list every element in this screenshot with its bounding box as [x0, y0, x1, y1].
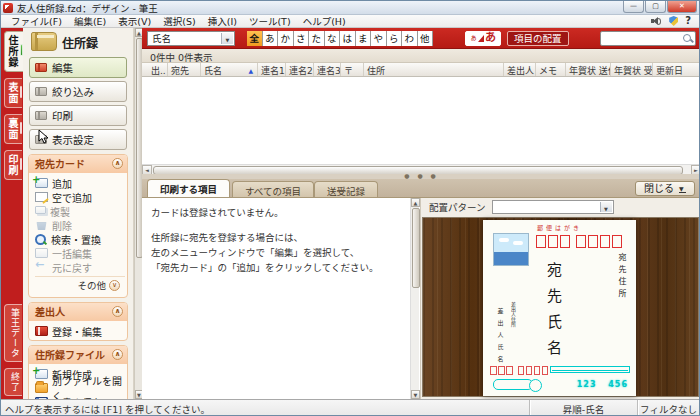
menu-insert[interactable]: 挿入(I): [202, 14, 243, 28]
col-nenga-received[interactable]: 年賀状 受..: [611, 63, 653, 76]
col-memo[interactable]: メモ: [536, 63, 566, 76]
pattern-label: 配置パターン: [429, 200, 486, 214]
search-box[interactable]: [600, 31, 696, 46]
kana-tab-ya[interactable]: や: [371, 31, 387, 46]
tab-print-items[interactable]: 印刷する項目: [147, 179, 230, 197]
shield-icon[interactable]: [669, 16, 678, 26]
collapse-down-icon: [679, 184, 686, 193]
message-line: 「宛先カード」の「追加」をクリックしてください。: [151, 260, 406, 275]
menu-select[interactable]: 選択(S): [157, 14, 201, 28]
kana-tab-ka[interactable]: か: [278, 31, 294, 46]
sender-address-placeholder[interactable]: 差出人住所: [510, 302, 517, 327]
menu-file[interactable]: ファイル(F): [5, 14, 68, 28]
expand-icon[interactable]: ∨: [109, 280, 120, 291]
tab-print[interactable]: 印刷: [4, 150, 22, 180]
kana-filter: 全 あ か さ た な は ま や ら わ 他: [247, 31, 433, 46]
postcard[interactable]: 郵便はがき 宛先住所 宛先氏名 差出人住所 差出人氏名: [483, 220, 636, 396]
kana-tab-other[interactable]: 他: [418, 31, 434, 46]
speaker-icon[interactable]: [651, 17, 662, 26]
tab-back-side[interactable]: 裏面: [4, 114, 22, 144]
message-scrollbar[interactable]: ▲ ▼: [410, 198, 419, 399]
kana-tab-ha[interactable]: は: [340, 31, 356, 46]
item-undo[interactable]: 元に戻す: [35, 260, 125, 274]
kana-tab-ra[interactable]: ら: [387, 31, 403, 46]
furigana-size-button[interactable]: ぁ あ: [465, 31, 501, 46]
search-input[interactable]: [603, 33, 681, 44]
kana-tab-ta[interactable]: た: [309, 31, 325, 46]
recipient-address-placeholder[interactable]: 宛先住所: [616, 253, 627, 301]
sender-name-placeholder[interactable]: 差出人氏名: [496, 308, 505, 368]
item-add-empty[interactable]: 空で追加: [35, 190, 125, 204]
col-joint1[interactable]: 連名1: [258, 63, 286, 76]
add-card-icon: [35, 178, 48, 188]
sender-zip-boxes: [490, 366, 548, 375]
menu-help[interactable]: ヘルプ(H): [297, 14, 352, 28]
tab-send-receive-log[interactable]: 送受記録: [314, 181, 378, 197]
col-address[interactable]: 住所: [364, 63, 504, 76]
col-nenga-sent[interactable]: 年賀状 送付..: [566, 63, 611, 76]
barcode-area[interactable]: [550, 366, 630, 373]
kana-tab-wa[interactable]: わ: [402, 31, 418, 46]
sidebar-scrollbar[interactable]: ▲ ▼: [134, 28, 142, 399]
kana-tab-sa[interactable]: さ: [294, 31, 310, 46]
minimize-button[interactable]: —: [623, 1, 644, 13]
col-joint2[interactable]: 連名2: [286, 63, 314, 76]
item-layout-button[interactable]: 項目の配置: [507, 31, 569, 46]
item-search-replace[interactable]: 検索・置換: [35, 232, 125, 246]
sidebar-button-edit[interactable]: 編集: [29, 57, 127, 78]
pattern-select[interactable]: [492, 200, 614, 214]
recipient-name-placeholder[interactable]: 宛先氏名: [543, 262, 564, 366]
col-zip[interactable]: 〒: [341, 63, 364, 76]
tab-exit[interactable]: 終了: [4, 368, 22, 396]
tab-front-side[interactable]: 表面: [4, 78, 22, 108]
collapse-icon[interactable]: ∧: [112, 349, 123, 360]
kana-tab-ma[interactable]: ま: [356, 31, 372, 46]
collapse-icon[interactable]: ∧: [112, 158, 123, 169]
menu-view[interactable]: 表示(V): [112, 14, 157, 28]
scrollbar-thumb[interactable]: [412, 208, 420, 288]
sidebar-button-print[interactable]: 印刷: [29, 105, 127, 126]
item-delete[interactable]: 削除: [35, 218, 125, 232]
chevron-down-icon[interactable]: [600, 202, 612, 212]
field-selector[interactable]: 氏名: [147, 31, 235, 46]
tab-address-book[interactable]: 住所録: [4, 31, 23, 72]
col-updated[interactable]: 更新日: [653, 63, 699, 76]
item-register-edit[interactable]: 登録・編集: [35, 324, 125, 338]
item-open-file[interactable]: 別ファイルを開く: [35, 381, 125, 395]
tab-all-items[interactable]: すべての項目: [232, 181, 314, 197]
sidebar-button-filter[interactable]: 絞り込み: [29, 81, 127, 102]
col-joint3[interactable]: 連名3: [314, 63, 341, 76]
status-bar: ヘルプを表示するには [F1] を押してください。 昇順-氏名 フィルタなし: [1, 399, 699, 416]
section-title: 宛先カード: [35, 156, 85, 171]
scroll-down-icon[interactable]: ▼: [411, 390, 420, 399]
help-icon[interactable]: ?: [685, 16, 691, 26]
postcard-header: 郵便はがき: [483, 223, 636, 232]
mini-book-icon: [35, 111, 47, 120]
stamp-area-marker[interactable]: [493, 379, 533, 390]
chevron-down-icon[interactable]: [221, 33, 233, 44]
close-panel-button[interactable]: 閉じる: [635, 181, 695, 196]
collapse-icon[interactable]: ∧: [112, 306, 123, 317]
item-add[interactable]: 追加: [35, 176, 125, 190]
col-sender[interactable]: 差出人: [504, 63, 536, 76]
section-title: 差出人: [35, 304, 65, 319]
new-file-icon: [35, 369, 48, 379]
kana-tab-a[interactable]: あ: [263, 31, 279, 46]
kana-tab-all[interactable]: 全: [247, 31, 263, 46]
tab-fudeoh-data[interactable]: 筆王データ: [4, 304, 22, 362]
scroll-up-icon[interactable]: ▲: [411, 198, 420, 207]
item-duplicate[interactable]: 複製: [35, 204, 125, 218]
item-batch-edit[interactable]: 一括編集: [35, 246, 125, 260]
more-options[interactable]: その他 ∨: [35, 276, 125, 295]
maximize-button[interactable]: ▢: [645, 1, 666, 13]
size-ramp-icon: [478, 35, 484, 42]
empty-card-icon: [35, 192, 48, 202]
kana-tab-na[interactable]: な: [325, 31, 341, 46]
close-button[interactable]: ✕: [667, 1, 697, 13]
menu-tools[interactable]: ツール(T): [243, 14, 297, 28]
menu-edit[interactable]: 編集(E): [68, 14, 112, 28]
duplicate-icon: [35, 206, 46, 214]
col-recipient[interactable]: 宛先: [168, 63, 201, 76]
col-name[interactable]: 氏名 ▲: [201, 63, 258, 76]
col-output[interactable]: 出..: [148, 63, 168, 76]
